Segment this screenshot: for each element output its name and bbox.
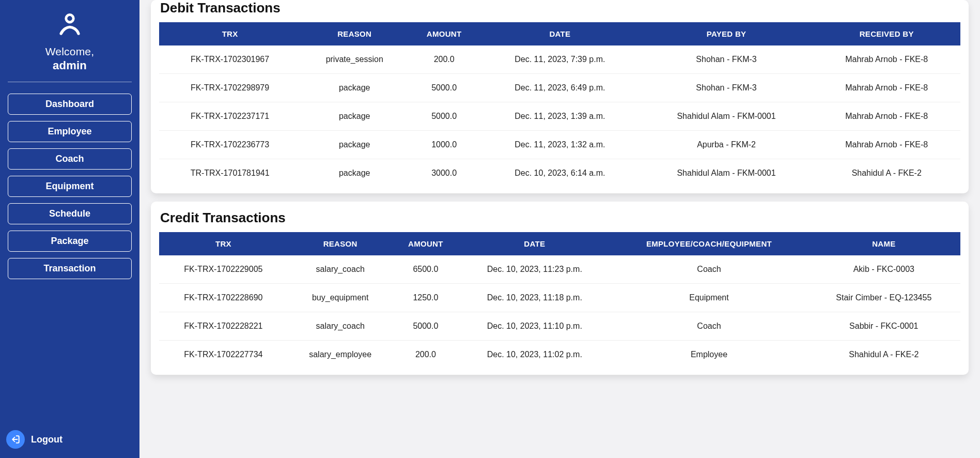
table-row: FK-TRX-1702228221salary_coach5000.0Dec. … (159, 312, 960, 341)
cell-reason: salary_employee (288, 341, 393, 369)
debit-col-receivedby: RECEIVED BY (813, 22, 960, 45)
divider (8, 82, 132, 82)
cell-amount: 5000.0 (408, 102, 480, 131)
cell-payed_by: Shahidul Alam - FKM-0001 (640, 102, 813, 131)
debit-title: Debit Transactions (160, 0, 960, 16)
cell-category: Employee (611, 341, 807, 369)
cell-category: Coach (611, 255, 807, 284)
cell-received_by: Shahidul A - FKE-2 (813, 159, 960, 188)
cell-payed_by: Apurba - FKM-2 (640, 131, 813, 159)
cell-trx: FK-TRX-1702227734 (159, 341, 288, 369)
debit-col-amount: AMOUNT (408, 22, 480, 45)
cell-name: Sabbir - FKC-0001 (807, 312, 960, 341)
credit-col-category: EMPLOYEE/COACH/EQUIPMENT (611, 232, 807, 255)
table-row: FK-TRX-1702298979package5000.0Dec. 11, 2… (159, 74, 960, 102)
debit-col-reason: REASON (301, 22, 408, 45)
cell-received_by: Mahrab Arnob - FKE-8 (813, 131, 960, 159)
credit-card: Credit Transactions TRX REASON AMOUNT DA… (151, 202, 969, 375)
table-row: FK-TRX-1702237171package5000.0Dec. 11, 2… (159, 102, 960, 131)
sidebar-nav: Dashboard Employee Coach Equipment Sched… (8, 94, 132, 279)
cell-amount: 5000.0 (393, 312, 459, 341)
cell-payed_by: Shahidul Alam - FKM-0001 (640, 159, 813, 188)
cell-reason: salary_coach (288, 255, 393, 284)
credit-title: Credit Transactions (160, 210, 960, 226)
cell-reason: salary_coach (288, 312, 393, 341)
cell-trx: FK-TRX-1702228690 (159, 284, 288, 312)
debit-table: TRX REASON AMOUNT DATE PAYED BY RECEIVED… (159, 22, 960, 187)
welcome-label: Welcome, (45, 45, 95, 58)
credit-col-reason: REASON (288, 232, 393, 255)
cell-amount: 1000.0 (408, 131, 480, 159)
cell-amount: 6500.0 (393, 255, 459, 284)
nav-package[interactable]: Package (8, 231, 132, 252)
table-row: FK-TRX-1702227734salary_employee200.0Dec… (159, 341, 960, 369)
nav-schedule[interactable]: Schedule (8, 203, 132, 224)
credit-thead: TRX REASON AMOUNT DATE EMPLOYEE/COACH/EQ… (159, 232, 960, 255)
cell-date: Dec. 11, 2023, 7:39 p.m. (480, 45, 640, 74)
cell-name: Shahidul A - FKE-2 (807, 341, 960, 369)
cell-reason: package (301, 159, 408, 188)
cell-received_by: Mahrab Arnob - FKE-8 (813, 45, 960, 74)
nav-employee[interactable]: Employee (8, 121, 132, 142)
credit-col-date: DATE (458, 232, 611, 255)
logout-icon (6, 430, 25, 449)
cell-date: Dec. 10, 2023, 6:14 a.m. (480, 159, 640, 188)
cell-trx: TR-TRX-1701781941 (159, 159, 301, 188)
credit-col-trx: TRX (159, 232, 288, 255)
cell-reason: buy_equipment (288, 284, 393, 312)
cell-date: Dec. 11, 2023, 6:49 p.m. (480, 74, 640, 102)
cell-date: Dec. 10, 2023, 11:23 p.m. (458, 255, 611, 284)
cell-name: Stair Cimber - EQ-123455 (807, 284, 960, 312)
table-row: FK-TRX-1702301967private_session200.0Dec… (159, 45, 960, 74)
avatar (56, 10, 84, 40)
logout-button[interactable]: Logout (6, 430, 63, 449)
table-row: TR-TRX-1701781941package3000.0Dec. 10, 2… (159, 159, 960, 188)
cell-payed_by: Shohan - FKM-3 (640, 74, 813, 102)
table-row: FK-TRX-1702228690buy_equipment1250.0Dec.… (159, 284, 960, 312)
nav-transaction[interactable]: Transaction (8, 258, 132, 279)
credit-col-name: NAME (807, 232, 960, 255)
cell-reason: package (301, 131, 408, 159)
credit-col-amount: AMOUNT (393, 232, 459, 255)
debit-tbody: FK-TRX-1702301967private_session200.0Dec… (159, 45, 960, 187)
cell-category: Coach (611, 312, 807, 341)
cell-trx: FK-TRX-1702228221 (159, 312, 288, 341)
cell-payed_by: Shohan - FKM-3 (640, 45, 813, 74)
cell-reason: package (301, 102, 408, 131)
credit-tbody: FK-TRX-1702229005salary_coach6500.0Dec. … (159, 255, 960, 369)
cell-trx: FK-TRX-1702229005 (159, 255, 288, 284)
cell-date: Dec. 10, 2023, 11:10 p.m. (458, 312, 611, 341)
cell-trx: FK-TRX-1702237171 (159, 102, 301, 131)
table-row: FK-TRX-1702236773package1000.0Dec. 11, 2… (159, 131, 960, 159)
cell-received_by: Mahrab Arnob - FKE-8 (813, 74, 960, 102)
svg-point-0 (66, 15, 73, 22)
sidebar: Welcome, admin Dashboard Employee Coach … (0, 0, 139, 458)
cell-trx: FK-TRX-1702298979 (159, 74, 301, 102)
cell-amount: 200.0 (393, 341, 459, 369)
cell-date: Dec. 10, 2023, 11:18 p.m. (458, 284, 611, 312)
cell-amount: 1250.0 (393, 284, 459, 312)
nav-coach[interactable]: Coach (8, 148, 132, 170)
cell-amount: 5000.0 (408, 74, 480, 102)
main-content: Debit Transactions TRX REASON AMOUNT DAT… (139, 0, 980, 458)
cell-reason: private_session (301, 45, 408, 74)
credit-table: TRX REASON AMOUNT DATE EMPLOYEE/COACH/EQ… (159, 232, 960, 369)
cell-date: Dec. 10, 2023, 11:02 p.m. (458, 341, 611, 369)
debit-col-date: DATE (480, 22, 640, 45)
cell-trx: FK-TRX-1702301967 (159, 45, 301, 74)
debit-card: Debit Transactions TRX REASON AMOUNT DAT… (151, 0, 969, 193)
table-row: FK-TRX-1702229005salary_coach6500.0Dec. … (159, 255, 960, 284)
cell-trx: FK-TRX-1702236773 (159, 131, 301, 159)
user-icon (56, 10, 84, 38)
logout-label: Logout (31, 434, 63, 445)
nav-equipment[interactable]: Equipment (8, 176, 132, 197)
cell-category: Equipment (611, 284, 807, 312)
cell-date: Dec. 11, 2023, 1:32 a.m. (480, 131, 640, 159)
debit-col-payedby: PAYED BY (640, 22, 813, 45)
username: admin (45, 59, 95, 72)
cell-amount: 3000.0 (408, 159, 480, 188)
cell-reason: package (301, 74, 408, 102)
debit-col-trx: TRX (159, 22, 301, 45)
nav-dashboard[interactable]: Dashboard (8, 94, 132, 115)
debit-thead: TRX REASON AMOUNT DATE PAYED BY RECEIVED… (159, 22, 960, 45)
